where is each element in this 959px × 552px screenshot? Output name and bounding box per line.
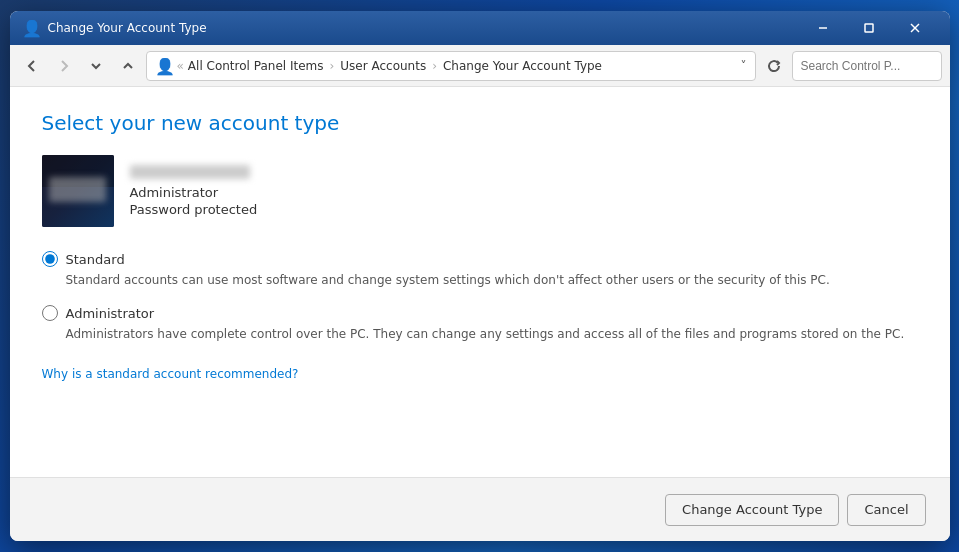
radio-item-administrator: Administrator Administrators have comple… <box>42 305 918 343</box>
change-account-type-button[interactable]: Change Account Type <box>665 494 839 526</box>
radio-standard-label[interactable]: Standard <box>66 252 125 267</box>
user-info: Administrator Password protected <box>42 155 918 227</box>
cancel-button[interactable]: Cancel <box>847 494 925 526</box>
radio-standard-row: Standard <box>42 251 918 267</box>
radio-item-standard: Standard Standard accounts can use most … <box>42 251 918 289</box>
avatar-blur <box>49 177 107 202</box>
page-title: Select your new account type <box>42 111 918 135</box>
window-controls <box>800 11 938 45</box>
address-icon: 👤 <box>155 57 173 75</box>
address-bar[interactable]: 👤 « All Control Panel Items › User Accou… <box>146 51 756 81</box>
address-separator-1: « <box>177 59 184 73</box>
search-input[interactable] <box>801 59 950 73</box>
avatar-image <box>42 155 114 227</box>
user-role: Administrator <box>130 185 258 200</box>
arrow-1: › <box>329 59 334 73</box>
maximize-button[interactable] <box>846 11 892 45</box>
footer-bar: Change Account Type Cancel <box>10 477 950 541</box>
nav-bar: 👤 « All Control Panel Items › User Accou… <box>10 45 950 87</box>
window-title: Change Your Account Type <box>48 21 800 35</box>
radio-standard-desc: Standard accounts can use most software … <box>66 271 918 289</box>
radio-administrator-label[interactable]: Administrator <box>66 306 155 321</box>
content-area: Select your new account type Administrat… <box>10 87 950 477</box>
user-avatar <box>42 155 114 227</box>
back-button[interactable] <box>18 52 46 80</box>
forward-button[interactable] <box>50 52 78 80</box>
minimize-button[interactable] <box>800 11 846 45</box>
help-link[interactable]: Why is a standard account recommended? <box>42 367 918 381</box>
arrow-2: › <box>432 59 437 73</box>
user-name-redacted <box>130 165 250 179</box>
radio-administrator-row: Administrator <box>42 305 918 321</box>
address-control-panel[interactable]: All Control Panel Items <box>188 59 324 73</box>
search-box[interactable]: 🔍 <box>792 51 942 81</box>
main-window: 👤 Change Your Account Type <box>10 11 950 541</box>
user-status: Password protected <box>130 202 258 217</box>
svg-rect-1 <box>865 24 873 32</box>
radio-administrator-desc: Administrators have complete control ove… <box>66 325 918 343</box>
refresh-button[interactable] <box>760 52 788 80</box>
radio-section: Standard Standard accounts can use most … <box>42 251 918 343</box>
title-bar: 👤 Change Your Account Type <box>10 11 950 45</box>
radio-administrator[interactable] <box>42 305 58 321</box>
address-dropdown-icon[interactable]: ˅ <box>741 59 747 73</box>
close-button[interactable] <box>892 11 938 45</box>
recent-locations-button[interactable] <box>82 52 110 80</box>
up-button[interactable] <box>114 52 142 80</box>
user-details: Administrator Password protected <box>130 165 258 217</box>
radio-standard[interactable] <box>42 251 58 267</box>
address-user-accounts[interactable]: User Accounts <box>340 59 426 73</box>
address-current: Change Your Account Type <box>443 59 602 73</box>
window-icon: 👤 <box>22 19 40 37</box>
